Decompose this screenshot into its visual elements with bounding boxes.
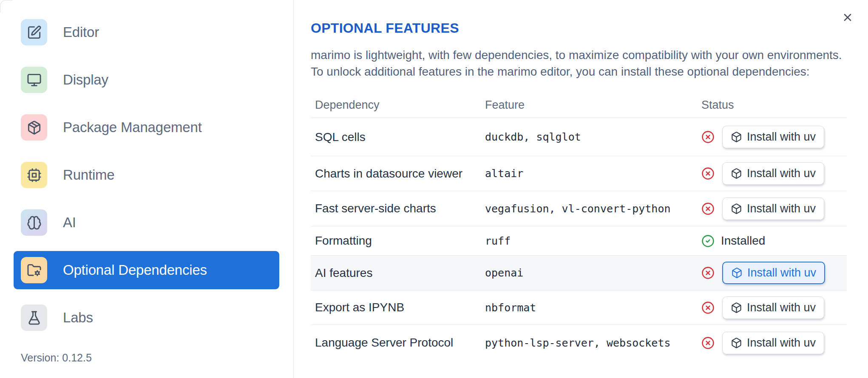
install-with-uv-button[interactable]: Install with uv xyxy=(722,126,824,148)
install-button-label: Install with uv xyxy=(747,130,816,144)
sidebar-item-ai[interactable]: AI xyxy=(14,203,279,242)
dependency-cell: SQL cells xyxy=(311,130,485,144)
box-icon xyxy=(731,302,742,313)
close-icon xyxy=(842,18,854,25)
status-cell: Install with uv xyxy=(698,162,847,185)
optional-features-panel: OPTIONAL FEATURES marimo is lightweight,… xyxy=(294,0,868,378)
feature-cell: duckdb, sqlglot xyxy=(485,131,698,143)
circle-x-icon xyxy=(701,167,715,180)
box-icon xyxy=(731,337,742,349)
install-with-uv-button[interactable]: Install with uv xyxy=(722,162,824,185)
description-line: marimo is lightweight, with few dependen… xyxy=(311,47,842,63)
status-cell: Install with uv xyxy=(698,262,847,284)
box-icon xyxy=(731,131,742,143)
table-row: Fast server-side charts vegafusion, vl-c… xyxy=(311,191,847,226)
install-with-uv-button[interactable]: Install with uv xyxy=(722,197,824,220)
sidebar-item-display[interactable]: Display xyxy=(14,61,279,99)
circle-check-icon xyxy=(701,234,715,248)
circle-x-icon xyxy=(701,130,715,144)
table-row: Language Server Protocol python-lsp-serv… xyxy=(311,325,847,361)
sidebar-item-label: AI xyxy=(63,214,76,231)
status-cell: Install with uv xyxy=(698,332,847,354)
dependency-cell: Fast server-side charts xyxy=(311,202,485,215)
settings-dialog: Editor Display Package Management Runtim… xyxy=(0,0,868,378)
sidebar-item-labs[interactable]: Labs xyxy=(14,299,279,337)
sidebar-item-label: Display xyxy=(63,72,108,88)
dependency-cell: Export as IPYNB xyxy=(311,301,485,314)
sidebar-item-editor[interactable]: Editor xyxy=(14,13,279,51)
flask-conical-icon xyxy=(21,305,47,331)
status-cell: Install with uv xyxy=(698,126,847,148)
square-pen-icon xyxy=(21,19,47,45)
feature-cell: nbformat xyxy=(485,302,698,314)
folder-cog-icon xyxy=(21,257,47,283)
package-icon xyxy=(21,114,47,141)
status-cell: Installed xyxy=(698,234,847,248)
brain-icon xyxy=(21,209,47,236)
feature-cell: vegafusion, vl-convert-python xyxy=(485,203,698,215)
sidebar-item-label: Optional Dependencies xyxy=(63,262,207,278)
install-button-label: Install with uv xyxy=(747,202,816,215)
description-line: To unlock additional features in the mar… xyxy=(311,63,842,80)
box-icon xyxy=(731,203,742,214)
install-button-label: Install with uv xyxy=(747,167,816,180)
circle-x-icon xyxy=(701,266,715,279)
column-header-feature: Feature xyxy=(485,99,698,112)
table-row: Formatting ruff Installed xyxy=(311,226,847,256)
sidebar-item-label: Package Management xyxy=(63,119,202,135)
sidebar-item-runtime[interactable]: Runtime xyxy=(14,156,279,194)
status-cell: Install with uv xyxy=(698,197,847,220)
install-button-label: Install with uv xyxy=(747,266,816,279)
sidebar-item-label: Runtime xyxy=(63,167,114,183)
install-button-label: Install with uv xyxy=(747,336,816,350)
table-row: Export as IPYNB nbformat Install with uv xyxy=(311,291,847,325)
sidebar-item-optional-dependencies[interactable]: Optional Dependencies xyxy=(14,251,279,289)
sidebar: Editor Display Package Management Runtim… xyxy=(0,0,294,378)
box-icon xyxy=(731,267,743,279)
install-button-label: Install with uv xyxy=(747,301,816,314)
feature-cell: ruff xyxy=(485,235,698,247)
version-label: Version: 0.12.5 xyxy=(21,352,92,364)
table-row: Charts in datasource viewer altair Insta… xyxy=(311,156,847,191)
box-icon xyxy=(731,168,742,179)
sidebar-nav: Editor Display Package Management Runtim… xyxy=(0,13,279,346)
circle-x-icon xyxy=(701,202,715,215)
dependency-cell: Language Server Protocol xyxy=(311,336,485,350)
circle-x-icon xyxy=(701,301,715,314)
feature-cell: openai xyxy=(485,267,698,279)
panel-description: marimo is lightweight, with few dependen… xyxy=(311,47,842,80)
column-header-status: Status xyxy=(698,99,847,112)
dependency-cell: Formatting xyxy=(311,234,485,248)
close-button[interactable] xyxy=(841,11,854,25)
install-with-uv-button[interactable]: Install with uv xyxy=(722,332,824,354)
table-row: SQL cells duckdb, sqlglot Install with u… xyxy=(311,118,847,156)
feature-cell: altair xyxy=(485,167,698,180)
feature-cell: python-lsp-server, websockets xyxy=(485,337,698,349)
circle-x-icon xyxy=(701,336,715,350)
install-with-uv-button[interactable]: Install with uv xyxy=(722,262,825,284)
install-with-uv-button[interactable]: Install with uv xyxy=(722,296,824,319)
column-header-dependency: Dependency xyxy=(311,99,485,112)
panel-title: OPTIONAL FEATURES xyxy=(311,20,459,36)
dependency-cell: Charts in datasource viewer xyxy=(311,167,485,181)
table-header-row: Dependency Feature Status xyxy=(311,92,847,118)
installed-label: Installed xyxy=(721,234,765,248)
sidebar-item-label: Labs xyxy=(63,310,93,326)
cpu-icon xyxy=(21,162,47,188)
dependencies-table: Dependency Feature Status SQL cells duck… xyxy=(311,92,847,361)
status-cell: Install with uv xyxy=(698,296,847,319)
sidebar-item-package-management[interactable]: Package Management xyxy=(14,108,279,147)
table-row: AI features openai Install with uv xyxy=(311,256,847,291)
monitor-icon xyxy=(21,67,47,93)
sidebar-item-label: Editor xyxy=(63,24,99,40)
dependency-cell: AI features xyxy=(311,266,485,280)
